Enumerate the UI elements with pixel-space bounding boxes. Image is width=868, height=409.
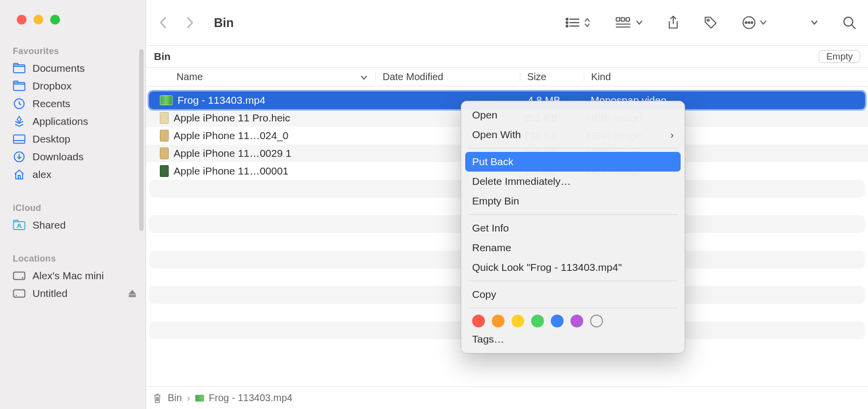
view-list-button[interactable] (565, 17, 591, 29)
forward-button[interactable] (185, 16, 194, 29)
clock-icon (13, 97, 26, 110)
column-label: Size (527, 71, 546, 82)
menu-open[interactable]: Open (461, 105, 685, 125)
back-button[interactable] (159, 16, 168, 29)
file-thumbnail-icon (160, 165, 169, 177)
file-name: Apple iPhone 11…0029 1 (174, 147, 376, 159)
column-date[interactable]: Date Modified (375, 71, 520, 83)
tag-purple[interactable] (570, 315, 583, 327)
tag-green[interactable] (531, 315, 544, 327)
sidebar-item-desktop[interactable]: Desktop (0, 130, 146, 148)
tags-button[interactable] (704, 16, 718, 29)
path-segment[interactable]: Bin (168, 392, 182, 404)
menu-empty-bin[interactable]: Empty Bin (461, 191, 685, 211)
tag-orange[interactable] (492, 315, 505, 327)
empty-bin-button[interactable]: Empty (819, 50, 860, 63)
menu-tags[interactable]: Tags… (461, 329, 685, 349)
sidebar-item-shared[interactable]: Shared (0, 216, 146, 234)
sort-chevron-icon (360, 71, 367, 83)
file-name: Apple iPhone 11 Pro.heic (174, 112, 376, 124)
sidebar-item-label: Untitled (32, 288, 67, 299)
nav-buttons (159, 16, 194, 29)
toolbar: Bin (146, 0, 868, 45)
chevron-down-icon (760, 20, 767, 25)
menu-label: Delete Immediately… (472, 175, 571, 187)
menu-rename[interactable]: Rename (461, 238, 685, 258)
menu-label: Tags… (472, 333, 504, 345)
sidebar-item-label: Downloads (32, 151, 84, 163)
menu-copy[interactable]: Copy (461, 285, 685, 304)
more-button[interactable] (742, 16, 767, 29)
finder-window: Favourites Documents Dropbox Recents App… (0, 0, 868, 409)
sidebar-item-label: Shared (32, 219, 66, 231)
overflow-button[interactable] (811, 20, 818, 25)
tag-blue[interactable] (551, 315, 564, 327)
menu-get-info[interactable]: Get Info (461, 218, 685, 238)
file-name: Apple iPhone 11…00001 (174, 165, 376, 177)
trash-icon (152, 393, 163, 404)
sidebar-item-label: alex (32, 169, 52, 180)
menu-separator (468, 308, 678, 308)
eject-icon[interactable] (128, 289, 137, 298)
folder-icon (13, 62, 26, 75)
column-size[interactable]: Size (520, 71, 584, 83)
sidebar-item-recents[interactable]: Recents (0, 95, 146, 113)
group-button[interactable] (615, 17, 643, 29)
maximize-window-button[interactable] (50, 15, 60, 25)
svg-rect-9 (14, 290, 25, 297)
download-icon (13, 150, 26, 163)
column-name[interactable]: Name (146, 71, 375, 83)
svg-point-19 (745, 22, 747, 23)
sidebar-item-label: Alex's Mac mini (32, 270, 104, 282)
close-window-button[interactable] (17, 15, 27, 25)
menu-label: Copy (472, 289, 496, 300)
tag-yellow[interactable] (511, 315, 524, 327)
menu-label: Quick Look "Frog - 113403.mp4" (472, 262, 622, 273)
location-header: Bin Empty (146, 45, 868, 68)
menu-open-with[interactable]: Open With› (461, 125, 685, 145)
svg-rect-14 (616, 18, 620, 21)
svg-rect-15 (621, 18, 625, 21)
file-thumbnail-icon (160, 95, 173, 105)
svg-point-21 (751, 22, 752, 23)
svg-rect-3 (14, 135, 25, 144)
sidebar-item-downloads[interactable]: Downloads (0, 148, 146, 166)
sidebar-item-label: Applications (32, 116, 88, 127)
file-thumbnail-icon (160, 130, 169, 142)
minimize-window-button[interactable] (33, 15, 43, 25)
svg-point-11 (566, 18, 568, 20)
disk-icon (13, 287, 26, 300)
location-label: Bin (154, 51, 171, 62)
sidebar-item-documents[interactable]: Documents (0, 59, 146, 77)
search-button[interactable] (842, 16, 856, 29)
menu-label: Rename (472, 242, 511, 254)
sidebar-item-applications[interactable]: Applications (0, 113, 146, 130)
menu-put-back[interactable]: Put Back (465, 152, 681, 172)
column-label: Name (177, 71, 203, 83)
sidebar-item-mac[interactable]: Alex's Mac mini (0, 267, 146, 285)
sidebar-item-label: Documents (32, 62, 85, 74)
menu-label: Get Info (472, 222, 509, 234)
chevron-down-icon (636, 20, 643, 25)
applications-icon (13, 115, 26, 128)
sidebar-item-label: Recents (32, 98, 70, 110)
sidebar-item-dropbox[interactable]: Dropbox (0, 77, 146, 95)
tag-add[interactable] (590, 315, 603, 327)
column-kind[interactable]: Kind (584, 71, 868, 83)
path-bar: Bin › Frog - 113403.mp4 (146, 386, 868, 409)
file-name: Frog - 113403.mp4 (178, 94, 380, 106)
sidebar-item-label: Dropbox (32, 80, 71, 92)
menu-separator (468, 214, 678, 215)
sidebar-item-home[interactable]: alex (0, 166, 146, 183)
svg-point-12 (566, 22, 568, 24)
sidebar-scrollbar[interactable] (139, 49, 144, 231)
svg-rect-7 (14, 272, 25, 280)
svg-point-8 (22, 277, 23, 278)
path-segment[interactable]: Frog - 113403.mp4 (209, 392, 293, 404)
menu-quick-look[interactable]: Quick Look "Frog - 113403.mp4" (461, 258, 685, 277)
sidebar-item-disk[interactable]: Untitled (0, 285, 146, 302)
tag-red[interactable] (472, 315, 485, 327)
menu-delete-immediately[interactable]: Delete Immediately… (461, 172, 685, 191)
menu-label: Open (472, 109, 497, 121)
share-button[interactable] (667, 15, 679, 30)
